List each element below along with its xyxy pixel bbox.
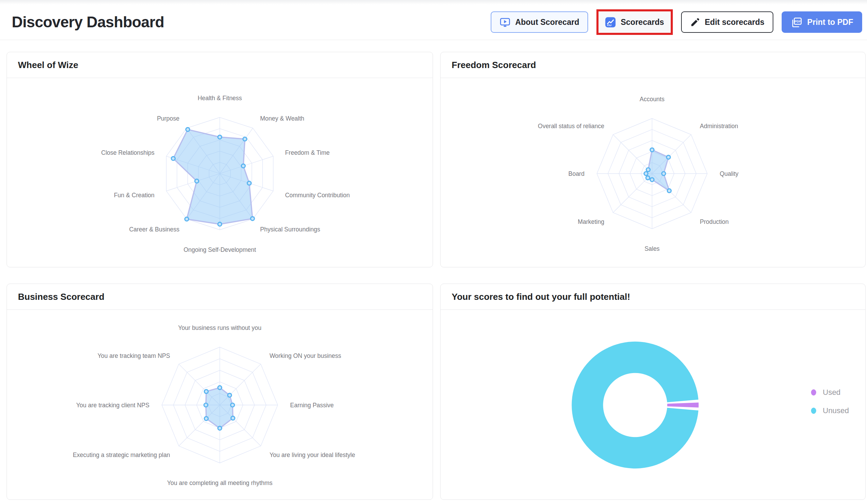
potential-scores-card: Your scores to find out your full potent…: [440, 284, 866, 500]
radar-axis-label: Executing a strategic marketing plan: [73, 451, 170, 458]
radar-data-point: [242, 164, 245, 168]
radar-axis-label: You are living your ideal lifestyle: [270, 451, 355, 458]
radar-data-point: [251, 217, 254, 220]
business-scorecard-body: Your business runs without youWorking ON…: [7, 310, 433, 500]
dashboard-grid: Wheel of Wize Health & FitnessMoney & We…: [7, 52, 866, 500]
radar-data-point: [204, 417, 208, 420]
radar-data-polygon: [173, 130, 252, 224]
radar-axis-label: Your business runs without you: [178, 324, 262, 331]
radar-data-point: [218, 222, 222, 226]
radar-data-point: [171, 156, 175, 160]
radar-data-point: [218, 135, 222, 139]
freedom-scorecard-card: Freedom Scorecard AccountsAdministration…: [440, 52, 866, 267]
wheel-of-wize-title: Wheel of Wize: [7, 52, 433, 78]
radar-axis-label: Board: [568, 170, 585, 177]
radar-data-point: [230, 403, 234, 407]
business-scorecard-card: Business Scorecard Your business runs wi…: [7, 284, 433, 500]
radar-axis-label: Sales: [644, 245, 660, 252]
toolbar-actions: About Scorecard: [491, 9, 862, 35]
business-radar-chart: Your business runs without youWorking ON…: [7, 310, 433, 500]
radar-data-point: [667, 189, 671, 193]
scorecards-label: Scorecards: [621, 18, 664, 27]
radar-axis-label: Quality: [720, 170, 739, 177]
monitor-play-icon: [500, 17, 510, 28]
print-to-pdf-label: Print to PDF: [807, 18, 853, 27]
radar-data-point: [650, 148, 654, 152]
radar-axis-label: Working ON your business: [270, 352, 341, 359]
radar-data-point: [667, 155, 670, 159]
chart-trend-icon: [605, 17, 616, 28]
radar-data-point: [228, 393, 232, 397]
freedom-scorecard-body: AccountsAdministrationQualityProductionS…: [441, 78, 865, 267]
radar-data-point: [218, 386, 222, 390]
wheel-of-wize-card: Wheel of Wize Health & FitnessMoney & We…: [7, 52, 433, 267]
freedom-radar-chart: AccountsAdministrationQualityProductionS…: [441, 78, 865, 267]
radar-axis-label: Community Contribution: [285, 192, 350, 199]
top-fade-strip: [0, 0, 867, 4]
radar-axis-label: You are completing all meeting rhythms: [167, 479, 273, 486]
radar-data-point: [195, 179, 199, 183]
radar-axis-label: Money & Wealth: [260, 115, 304, 122]
radar-data-point: [243, 137, 247, 141]
discovery-dashboard-page: Discovery Dashboard About Scorecard: [0, 0, 867, 504]
radar-data-point: [662, 172, 666, 175]
radar-data-point: [185, 217, 189, 221]
radar-axis-label: Ongoing Self-Development: [183, 246, 256, 253]
unused-legend-dot: [811, 408, 816, 414]
used-legend-dot: [811, 389, 816, 396]
radar-axis-label: Marketing: [578, 218, 604, 225]
radar-axis-label: Accounts: [640, 96, 665, 103]
radar-data-point: [646, 168, 650, 172]
business-scorecard-title: Business Scorecard: [7, 284, 433, 310]
wheel-of-wize-radar-chart: Health & FitnessMoney & WealthFreedom & …: [7, 78, 433, 267]
radar-data-point: [644, 172, 648, 175]
radar-data-point: [204, 390, 208, 393]
radar-data-point: [204, 403, 208, 407]
edit-scorecards-label: Edit scorecards: [705, 18, 765, 27]
radar-axis-label: Freedom & Time: [285, 149, 330, 156]
scorecards-highlight-box: Scorecards: [596, 9, 672, 35]
freedom-scorecard-title: Freedom Scorecard: [441, 52, 865, 78]
radar-axis-label: Production: [700, 218, 728, 225]
radar-axis-label: Overall status of reliance: [538, 123, 604, 130]
radar-data-point: [247, 181, 251, 185]
pencil-icon: [690, 17, 700, 27]
radar-axis-label: You are tracking client NPS: [76, 402, 150, 409]
donut-slice-used[interactable]: [667, 402, 699, 408]
legend-item-used[interactable]: Used: [811, 388, 849, 397]
radar-axis-label: Close Relationships: [101, 149, 155, 156]
radar-axis-label: Fun & Creation: [114, 192, 154, 199]
radar-axis-label: Career & Business: [129, 226, 180, 233]
unused-legend-label: Unused: [823, 406, 849, 415]
edit-scorecards-button[interactable]: Edit scorecards: [681, 11, 774, 33]
radar-axis-label: Physical Surroundings: [260, 226, 320, 233]
about-scorecard-label: About Scorecard: [515, 18, 579, 27]
usage-donut-chart: [441, 310, 865, 500]
used-legend-label: Used: [823, 388, 840, 397]
pdf-document-icon: PDF: [791, 17, 802, 28]
radar-axis-label: You are tracking team NPS: [97, 352, 170, 359]
radar-axis-label: Administration: [700, 123, 738, 130]
legend-item-unused[interactable]: Unused: [811, 406, 849, 415]
radar-axis-label: Earning Passive: [290, 402, 334, 409]
svg-text:PDF: PDF: [795, 20, 801, 23]
potential-scores-body: Used Unused: [441, 310, 865, 500]
radar-axis-label: Health & Fitness: [198, 95, 242, 102]
scorecards-button[interactable]: Scorecards: [599, 11, 670, 33]
page-title: Discovery Dashboard: [12, 13, 491, 31]
radar-data-point: [231, 416, 235, 420]
about-scorecard-button[interactable]: About Scorecard: [491, 11, 588, 33]
radar-data-point: [650, 178, 654, 182]
wheel-of-wize-body: Health & FitnessMoney & WealthFreedom & …: [7, 78, 433, 267]
potential-scores-title: Your scores to find out your full potent…: [441, 284, 865, 310]
print-to-pdf-button[interactable]: PDF Print to PDF: [782, 11, 862, 33]
donut-legend: Used Unused: [811, 388, 849, 415]
topbar: Discovery Dashboard About Scorecard: [0, 4, 867, 40]
radar-data-point: [218, 426, 222, 430]
radar-data-point: [646, 176, 650, 180]
radar-data-point: [186, 127, 190, 131]
radar-axis-label: Purpose: [157, 115, 179, 122]
